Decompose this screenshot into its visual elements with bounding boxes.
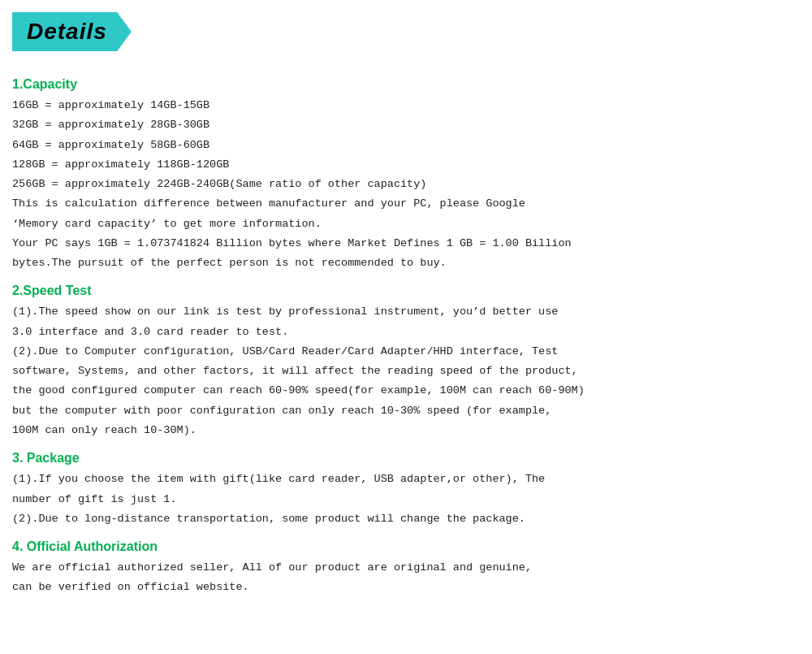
section-content-official-authorization: We are official authorized seller, All o… [12,559,800,597]
paragraph: but the computer with poor configuration… [12,402,800,420]
paragraph: This is calculation difference between m… [12,195,800,213]
section-content-package: (1).If you choose the item with gift(lik… [12,470,800,528]
section-content-speed-test: (1).The speed show on our link is test b… [12,303,800,440]
sections-container: 1.Capacity16GB = approximately 14GB-15GB… [12,77,800,597]
paragraph: 3.0 interface and 3.0 card reader to tes… [12,323,800,341]
page-wrapper: Details 1.Capacity16GB = approximately 1… [0,0,812,654]
paragraph: can be verified on official website. [12,578,800,596]
paragraph: (1).The speed show on our link is test b… [12,303,800,321]
details-banner: Details [12,12,132,51]
details-banner-title: Details [27,19,107,44]
paragraph: Your PC says 1GB = 1.073741824 Billion b… [12,235,800,253]
paragraph: 128GB = approximately 118GB-120GB [12,156,800,174]
section-capacity: 1.Capacity16GB = approximately 14GB-15GB… [12,77,800,272]
paragraph: We are official authorized seller, All o… [12,559,800,577]
paragraph: number of gift is just 1. [12,491,800,509]
paragraph: (2).Due to long-distance transportation,… [12,510,800,528]
section-heading-official-authorization: 4. Official Authorization [12,539,800,554]
paragraph: (2).Due to Computer configuration, USB/C… [12,343,800,361]
section-heading-capacity: 1.Capacity [12,77,800,92]
section-package: 3. Package(1).If you choose the item wit… [12,451,800,528]
paragraph: the good configured computer can reach 6… [12,382,800,400]
paragraph: software, Systems, and other factors, it… [12,362,800,380]
paragraph: ‘Memory card capacity’ to get more infor… [12,215,800,233]
section-speed-test: 2.Speed Test(1).The speed show on our li… [12,284,800,440]
section-official-authorization: 4. Official AuthorizationWe are official… [12,539,800,597]
paragraph: 16GB = approximately 14GB-15GB [12,97,800,115]
paragraph: 32GB = approximately 28GB-30GB [12,116,800,134]
section-heading-package: 3. Package [12,451,800,466]
paragraph: 256GB = approximately 224GB-240GB(Same r… [12,175,800,193]
paragraph: 100M can only reach 10-30M). [12,422,800,440]
paragraph: (1).If you choose the item with gift(lik… [12,470,800,488]
details-banner-shape: Details [12,12,132,51]
paragraph: bytes.The pursuit of the perfect person … [12,254,800,272]
paragraph: 64GB = approximately 58GB-60GB [12,136,800,154]
section-heading-speed-test: 2.Speed Test [12,284,800,298]
section-content-capacity: 16GB = approximately 14GB-15GB32GB = app… [12,97,800,272]
